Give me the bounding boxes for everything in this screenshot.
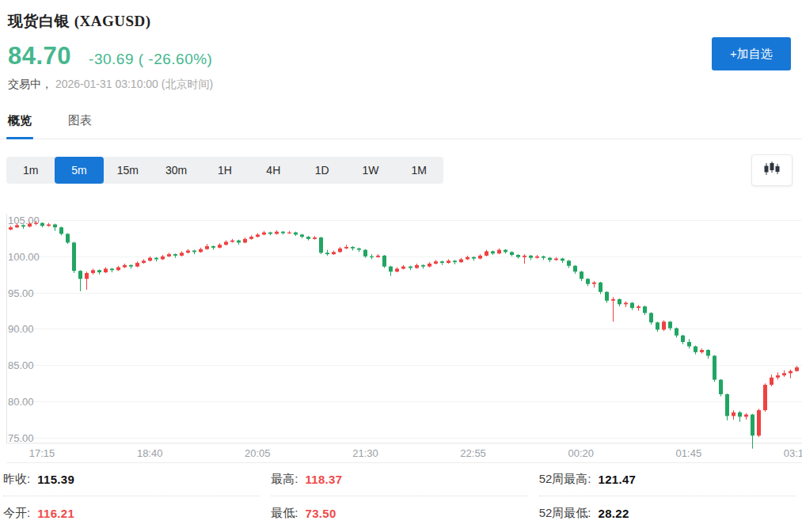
page-title: 现货白银 (XAGUSD) [8, 11, 791, 32]
stat-value: 28.22 [599, 507, 629, 520]
add-watchlist-button[interactable]: +加自选 [712, 37, 791, 70]
stats-grid: 昨收:115.39最高:118.3752周最高:121.47今开:116.21最… [0, 463, 802, 530]
stat-label: 今开: [3, 506, 30, 521]
stat-label: 最高: [271, 472, 298, 487]
tab-chart[interactable]: 图表 [68, 113, 92, 139]
tab-overview[interactable]: 概览 [8, 113, 32, 139]
stat-cell: 52周最低:28.22 [539, 496, 796, 530]
timeframe-button-15m[interactable]: 15m [104, 157, 152, 184]
timeframe-button-1H[interactable]: 1H [200, 157, 249, 184]
timeframe-button-1M[interactable]: 1M [395, 157, 443, 184]
stat-cell: 52周最高:121.47 [539, 463, 796, 496]
timeframe-button-1D[interactable]: 1D [298, 157, 346, 184]
stat-cell: 最高:118.37 [271, 463, 527, 496]
instrument-symbol: (XAGUSD) [74, 13, 151, 29]
instrument-name: 现货白银 [8, 13, 70, 29]
timeframe-button-4H[interactable]: 4H [249, 157, 298, 184]
x-axis-label: 20:05 [245, 447, 271, 459]
stat-label: 昨收: [3, 472, 30, 487]
stat-cell: 昨收:115.39 [3, 463, 260, 496]
status-row: 交易中， 2026-01-31 03:10:00 (北京时间) [8, 78, 791, 92]
x-axis-label: 17:15 [29, 447, 55, 459]
last-price: 84.70 [8, 42, 71, 70]
svg-text:75.00: 75.00 [8, 432, 34, 444]
stat-label: 52周最高: [539, 472, 591, 487]
chart-type-button[interactable] [751, 154, 792, 186]
tabs-bar: 概览 图表 [0, 113, 802, 139]
timeframe-button-1m[interactable]: 1m [6, 157, 55, 184]
svg-text:80.00: 80.00 [8, 396, 34, 408]
stat-value: 116.21 [37, 507, 74, 520]
stat-value: 121.47 [599, 473, 637, 486]
timeframe-button-5m[interactable]: 5m [55, 157, 103, 184]
x-axis-label: 03:10 [784, 447, 802, 459]
trading-status: 交易中， [8, 78, 52, 90]
candlestick-chart[interactable]: 105.00100.0095.0090.0085.0080.0075.0017:… [6, 199, 802, 463]
x-axis-label: 22:55 [460, 447, 486, 459]
svg-text:85.00: 85.00 [8, 359, 34, 371]
x-axis-label: 01:45 [676, 447, 702, 459]
tab-overview-label: 概览 [8, 113, 32, 127]
candlestick-icon [763, 162, 781, 179]
quote-timestamp: 2026-01-31 03:10:00 (北京时间) [55, 78, 213, 90]
x-axis-label: 21:30 [352, 447, 378, 459]
stat-label: 最低: [271, 506, 298, 521]
svg-text:95.00: 95.00 [8, 287, 34, 299]
price-change: -30.69 ( -26.60%) [89, 51, 212, 68]
timeframe-button-1W[interactable]: 1W [346, 157, 394, 184]
quote-header: 现货白银 (XAGUSD) 84.70 -30.69 ( -26.60%) 交易… [0, 0, 802, 92]
x-axis-label: 00:20 [568, 447, 594, 459]
x-axis-label: 18:40 [137, 447, 163, 459]
svg-text:100.00: 100.00 [8, 251, 40, 263]
price-row: 84.70 -30.69 ( -26.60%) [8, 42, 791, 70]
stat-value: 73.50 [306, 507, 336, 520]
stat-value: 118.37 [306, 473, 343, 486]
stat-value: 115.39 [37, 473, 74, 486]
stat-cell: 今开:116.21 [3, 496, 260, 530]
chart-toolbar: 1m5m15m30m1H4H1D1W1M [0, 154, 802, 186]
timeframe-bar: 1m5m15m30m1H4H1D1W1M [6, 157, 443, 184]
stat-label: 52周最低: [539, 506, 591, 521]
tab-chart-label: 图表 [68, 113, 92, 127]
timeframe-button-30m[interactable]: 30m [152, 157, 200, 184]
svg-text:90.00: 90.00 [8, 323, 34, 335]
stat-cell: 最低:73.50 [271, 496, 527, 530]
